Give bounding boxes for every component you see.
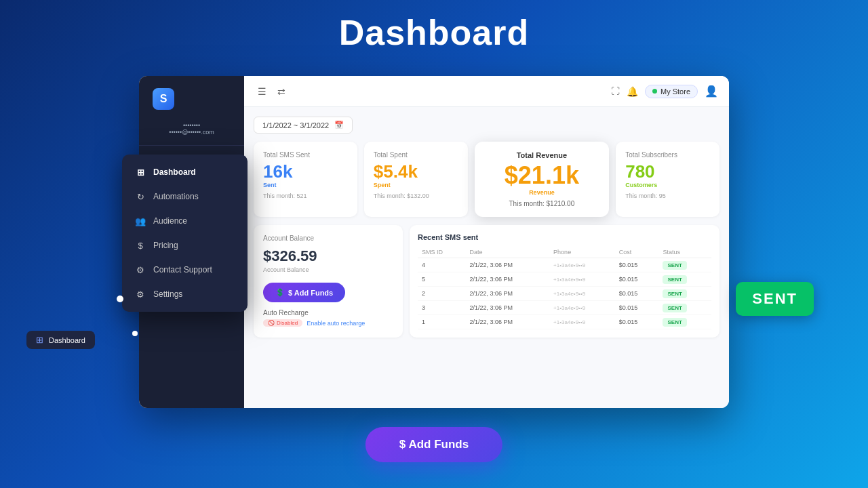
cell-phone: +1•3a4e•9••9 [549, 315, 615, 329]
sidebar-item-label: Settings [153, 289, 182, 299]
stat-total-spent: Total Spent $5.4k Spent This month: $132… [364, 142, 468, 217]
table-row: 3 2/1/22, 3:06 PM +1•3a4e•9••9 $0.015 SE… [418, 301, 711, 315]
cell-phone: +1•3a4e•9••9 [549, 258, 615, 272]
add-funds-floating-button[interactable]: $ Add Funds [366, 427, 502, 462]
enable-auto-recharge-link[interactable]: Enable auto recharge [307, 320, 365, 327]
stat-spent-label: Total Spent [374, 151, 458, 159]
sidebar-item-automations[interactable]: ↻ Automations [122, 184, 248, 209]
swap-icon[interactable]: ⇄ [275, 83, 288, 100]
sms-table-card: Recent SMS sent SMS ID Date Phone Cost S… [410, 225, 719, 338]
stat-subs-label: Total Subscribers [625, 151, 710, 159]
sent-floating-badge: SENT [736, 282, 814, 316]
cell-sms-id: 1 [418, 315, 465, 329]
dashboard-icon: ⊞ [134, 166, 146, 178]
stat-total-sms: Total SMS Sent 16k Sent This month: 521 [254, 142, 357, 217]
cell-date: 2/1/22, 3:06 PM [465, 272, 549, 287]
cell-date: 2/1/22, 3:06 PM [465, 287, 549, 301]
stat-total-revenue: Total Revenue $21.1k Revenue This month:… [475, 142, 610, 217]
stat-revenue-month: This month: $1210.00 [484, 200, 600, 207]
add-funds-button[interactable]: 💲 $ Add Funds [263, 283, 345, 302]
cell-cost: $0.015 [615, 258, 659, 272]
cell-cost: $0.015 [615, 301, 659, 315]
cell-sms-id: 3 [418, 301, 465, 315]
sidebar-item-label: Contact Support [153, 265, 212, 274]
disabled-label: Disabled [277, 320, 298, 326]
sidebar-item-label: Pricing [153, 241, 178, 250]
sidebar-item-label: Dashboard [153, 167, 196, 177]
cell-phone: +1•3a4e•9••9 [549, 301, 615, 315]
cell-status: SENT [658, 272, 711, 287]
auto-recharge-status: 🚫 Disabled Enable auto recharge [263, 319, 393, 327]
floating-dashboard-label: Dashboard [49, 336, 85, 344]
sms-table-title: Recent SMS sent [418, 233, 711, 241]
account-balance-label: Account Balance [263, 266, 393, 273]
contact-support-icon: ⚙ [134, 264, 146, 276]
sidebar-item-label: Audience [153, 216, 187, 226]
cell-sms-id: 4 [418, 258, 465, 272]
audience-icon: 👥 [134, 215, 146, 227]
stat-subs-value: 780 [625, 163, 710, 180]
settings-icon: ⚙ [134, 288, 146, 300]
floating-dashboard-bar: ⊞ Dashboard [26, 331, 95, 349]
sidebar-item-label: Automations [153, 192, 199, 201]
sms-table: SMS ID Date Phone Cost Status 4 2/1/22, … [418, 247, 711, 329]
cell-phone: +1•3a4e•9••9 [549, 287, 615, 301]
stat-total-subscribers: Total Subscribers 780 Customers This mon… [616, 142, 719, 217]
store-selector[interactable]: My Store [645, 85, 698, 98]
bell-icon[interactable]: 🔔 [627, 86, 638, 97]
sidebar-user: ••••••••••••••@••••••.com [139, 117, 244, 146]
cell-sms-id: 2 [418, 287, 465, 301]
stat-subs-sublabel: Customers [625, 182, 710, 188]
expand-icon[interactable]: ⛶ [611, 86, 620, 96]
stat-sms-value: 16k [263, 163, 348, 180]
cell-status: SENT [658, 301, 711, 315]
floating-dashboard-icon: ⊞ [36, 335, 43, 345]
sidebar-item-audience[interactable]: 👥 Audience [122, 209, 248, 233]
sidebar-item-settings[interactable]: ⚙ Settings [122, 282, 248, 306]
disabled-icon: 🚫 [268, 320, 275, 326]
stat-revenue-value: $21.1k [484, 163, 600, 188]
sidebar-item-dashboard[interactable]: ⊞ Dashboard [122, 160, 248, 184]
cell-phone: +1•3a4e•9••9 [549, 272, 615, 287]
sidebar-item-contact-support[interactable]: ⚙ Contact Support [122, 258, 248, 282]
content-area: 1/1/2022 ~ 3/1/2022 📅 Total SMS Sent 16k… [244, 107, 729, 408]
connector-dot-1 [117, 296, 123, 302]
account-balance-title: Account Balance [263, 235, 393, 242]
cell-date: 2/1/22, 3:06 PM [465, 258, 549, 272]
stat-sms-label: Total SMS Sent [263, 151, 348, 159]
cell-date: 2/1/22, 3:06 PM [465, 301, 549, 315]
cell-cost: $0.015 [615, 287, 659, 301]
stats-row: Total SMS Sent 16k Sent This month: 521 … [254, 142, 719, 217]
page-title: Dashboard [0, 0, 868, 53]
account-balance-amount: $326.59 [263, 247, 393, 265]
automations-icon: ↻ [134, 190, 146, 203]
store-label: My Store [660, 87, 690, 96]
sidebar-dropdown-menu: ⊞ Dashboard ↻ Automations 👥 Audience $ P… [122, 155, 248, 312]
topbar-actions: ⛶ 🔔 My Store 👤 [611, 85, 718, 98]
stat-sms-month: This month: 521 [263, 192, 348, 199]
store-status-dot [652, 89, 657, 94]
menu-icon[interactable]: ☰ [255, 83, 269, 100]
disabled-badge: 🚫 Disabled [263, 319, 302, 327]
sidebar-item-pricing[interactable]: $ Pricing [122, 233, 248, 258]
col-sms-id: SMS ID [418, 247, 465, 258]
stat-sms-sublabel: Sent [263, 182, 348, 188]
main-content: ☰ ⇄ ⛶ 🔔 My Store 👤 1/1/2022 ~ 3/1/2022 📅 [244, 76, 729, 408]
col-phone: Phone [549, 247, 615, 258]
user-profile-icon[interactable]: 👤 [705, 85, 718, 98]
col-date: Date [465, 247, 549, 258]
account-balance-card: Account Balance $326.59 Account Balance … [254, 225, 403, 338]
table-row: 5 2/1/22, 3:06 PM +1•3a4e•9••9 $0.015 SE… [418, 272, 711, 287]
col-cost: Cost [615, 247, 659, 258]
date-range-picker[interactable]: 1/1/2022 ~ 3/1/2022 📅 [254, 117, 353, 134]
col-status: Status [658, 247, 711, 258]
sidebar-logo: S [139, 76, 244, 117]
add-funds-icon: 💲 [275, 288, 285, 297]
bottom-row: Account Balance $326.59 Account Balance … [254, 225, 719, 338]
stat-subs-month: This month: 95 [625, 192, 710, 199]
stat-spent-month: This month: $132.00 [374, 192, 458, 199]
stat-revenue-label: Total Revenue [484, 151, 600, 159]
calendar-icon: 📅 [334, 121, 344, 129]
pricing-icon: $ [134, 239, 146, 251]
topbar: ☰ ⇄ ⛶ 🔔 My Store 👤 [244, 76, 729, 107]
